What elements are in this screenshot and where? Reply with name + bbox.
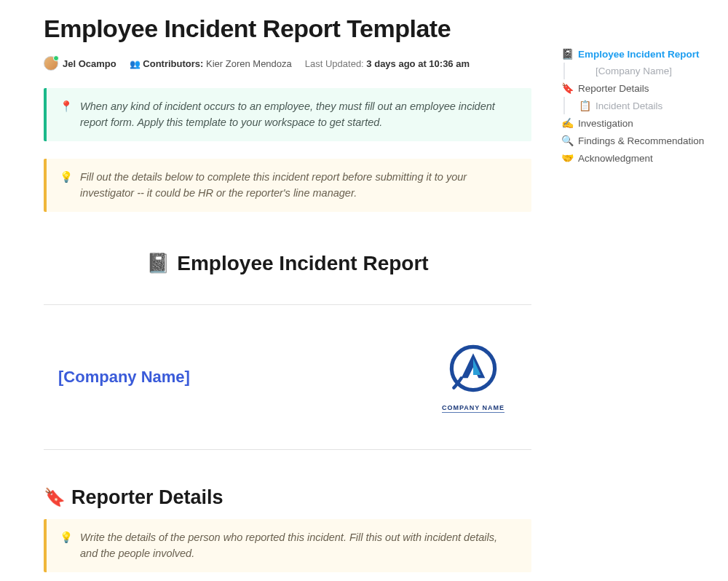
callout-fill: 💡 Fill out the details below to complete…	[44, 159, 531, 212]
outline-item-label: Acknowledgment	[578, 153, 653, 164]
bookmark-icon: 🔖	[44, 487, 66, 507]
outline-item-label: Incident Details	[596, 100, 662, 111]
contributors-value: Kier Zoren Mendoza	[206, 58, 292, 69]
updated-label: Last Updated:	[305, 58, 364, 69]
outline-item-icon: 🔖	[561, 82, 574, 94]
outline-item-label: Findings & Recommendation	[578, 135, 704, 146]
outline-sidebar: 📓Employee Incident Report[Company Name]🔖…	[561, 45, 713, 167]
divider	[44, 449, 531, 450]
reporter-title: Reporter Details	[71, 486, 223, 509]
callout-intro-text: When any kind of incident occurs to an e…	[80, 98, 517, 131]
contributors-label: Contributors:	[143, 58, 203, 69]
section-heading-main: 📓 Employee Incident Report	[44, 252, 531, 275]
bulb-icon: 💡	[60, 529, 73, 562]
outline-item-icon: 🤝	[561, 152, 574, 164]
avatar	[44, 56, 58, 71]
notebook-icon: 📓	[146, 252, 170, 274]
outline-item-icon: 📋	[578, 100, 591, 111]
outline-item[interactable]: [Company Name]	[563, 63, 713, 79]
outline-item[interactable]: 🤝Acknowledgment	[561, 149, 713, 167]
outline-item-icon: 🔍	[561, 135, 574, 146]
outline-item[interactable]: 📓Employee Incident Report	[561, 45, 713, 63]
logo-label: COMPANY NAME	[442, 404, 505, 413]
meta-row: Jel Ocampo 👥 Contributors: Kier Zoren Me…	[44, 56, 531, 71]
callout-intro: 📍 When any kind of incident occurs to an…	[44, 88, 531, 141]
outline-item[interactable]: 🔍Findings & Recommendation	[561, 132, 713, 149]
author[interactable]: Jel Ocampo	[44, 56, 116, 71]
outline-item-label: Investigation	[578, 118, 633, 129]
outline-item-label: Reporter Details	[578, 83, 649, 94]
outline-item-icon: 📓	[561, 48, 574, 60]
last-updated: Last Updated: 3 days ago at 10:36 am	[305, 58, 470, 69]
author-name: Jel Ocampo	[63, 58, 116, 69]
callout-fill-text: Fill out the details below to complete t…	[80, 169, 517, 202]
section-main-title: Employee Incident Report	[177, 252, 428, 275]
company-name-placeholder[interactable]: [Company Name]	[58, 368, 190, 387]
section-heading-reporter: 🔖 Reporter Details	[44, 486, 531, 509]
callout-reporter: 💡 Write the details of the person who re…	[44, 519, 531, 572]
document-main: Employee Incident Report Template Jel Oc…	[44, 15, 531, 581]
company-row: [Company Name] COMPANY NAME	[44, 327, 531, 427]
outline-item-label: Employee Incident Report	[578, 49, 700, 60]
bulb-icon: 💡	[60, 169, 73, 202]
callout-reporter-text: Write the details of the person who repo…	[80, 529, 517, 562]
updated-value: 3 days ago at 10:36 am	[366, 58, 470, 69]
outline-item[interactable]: ✍️Investigation	[561, 114, 713, 132]
people-icon: 👥	[130, 59, 141, 69]
outline-item-label: [Company Name]	[596, 66, 672, 76]
outline-item-icon: ✍️	[561, 117, 574, 129]
logo-icon	[446, 341, 500, 395]
outline-item[interactable]: 📋Incident Details	[563, 97, 713, 114]
outline-item[interactable]: 🔖Reporter Details	[561, 79, 713, 97]
company-logo: COMPANY NAME	[430, 341, 517, 413]
divider	[44, 304, 531, 305]
pin-icon: 📍	[60, 98, 73, 131]
page-title: Employee Incident Report Template	[44, 15, 531, 43]
contributors[interactable]: 👥 Contributors: Kier Zoren Mendoza	[130, 58, 292, 69]
